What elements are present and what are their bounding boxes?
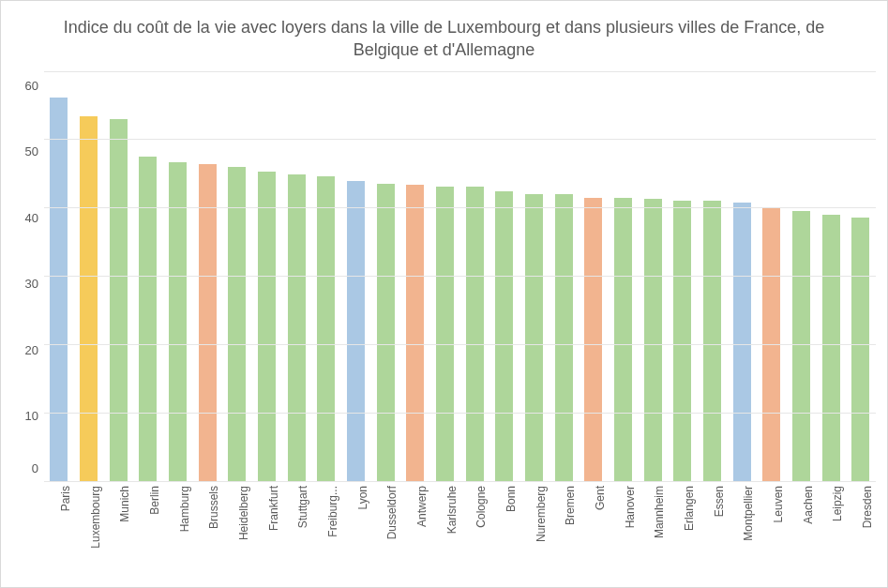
y-axis: 6050403020100 bbox=[12, 71, 44, 482]
x-label: Dresden bbox=[861, 486, 874, 528]
grid-line bbox=[44, 344, 876, 345]
bar-freiburg- bbox=[317, 176, 335, 481]
bar-karlsruhe bbox=[436, 187, 454, 480]
bar-brussels bbox=[199, 164, 217, 481]
bar-luxembourg bbox=[80, 116, 98, 480]
bar-hanover bbox=[614, 198, 632, 481]
x-label: Montpellier bbox=[742, 486, 755, 541]
x-label: Cologne bbox=[474, 486, 488, 528]
x-label-slot: Stuttgart bbox=[281, 482, 311, 559]
x-label: Hamburg bbox=[178, 486, 191, 532]
x-label-slot: Karlsruhe bbox=[430, 482, 460, 559]
x-label-slot: Munich bbox=[103, 482, 133, 559]
bar-dresden bbox=[851, 218, 869, 480]
x-label: Lyon bbox=[356, 486, 369, 510]
x-label: Freiburg... bbox=[326, 486, 339, 537]
bar-bremen bbox=[555, 194, 573, 480]
x-label: Paris bbox=[59, 486, 72, 511]
x-label: Luxembourg bbox=[89, 486, 102, 549]
x-label: Gent bbox=[594, 486, 607, 510]
y-tick: 10 bbox=[25, 409, 38, 423]
x-label-slot: Gent bbox=[579, 482, 609, 559]
y-tick: 30 bbox=[25, 277, 38, 291]
x-label-slot: Aachen bbox=[787, 482, 817, 559]
grid-line bbox=[44, 276, 876, 277]
bar-montpellier bbox=[733, 203, 751, 480]
x-label-slot: Freiburg... bbox=[311, 482, 341, 559]
x-label-slot: Brussels bbox=[192, 482, 222, 559]
x-label-slot: Frankfurt bbox=[252, 482, 282, 559]
x-label: Antwerp bbox=[415, 486, 429, 527]
plot bbox=[44, 71, 876, 482]
y-tick: 60 bbox=[25, 78, 38, 92]
x-label-slot: Leipzig bbox=[816, 482, 846, 559]
x-label: Hanover bbox=[624, 486, 637, 528]
x-label-slot: Bremen bbox=[549, 482, 579, 559]
bar-stuttgart bbox=[288, 174, 306, 480]
bar-erlangen bbox=[673, 201, 691, 481]
y-tick: 40 bbox=[25, 210, 38, 224]
bar-leipzig bbox=[822, 215, 840, 480]
bar-mannheim bbox=[644, 199, 662, 481]
x-label-slot: Hanover bbox=[609, 482, 639, 559]
x-label: Brussels bbox=[207, 486, 220, 529]
x-label-slot: Dusseldorf bbox=[370, 482, 400, 559]
bar-cologne bbox=[466, 187, 484, 480]
x-label: Frankfurt bbox=[267, 486, 280, 531]
grid-line bbox=[44, 139, 876, 140]
x-axis: ParisLuxembourgMunichBerlinHamburgBrusse… bbox=[44, 482, 876, 559]
x-label: Berlin bbox=[148, 486, 161, 515]
x-label-slot: Heidelberg bbox=[222, 482, 252, 559]
chart-title: Indice du coût de la vie avec loyers dan… bbox=[31, 16, 857, 62]
x-label: Munich bbox=[118, 486, 131, 522]
bar-bonn bbox=[495, 191, 513, 481]
x-label-slot: Mannheim bbox=[638, 482, 668, 559]
bar-heidelberg bbox=[228, 167, 246, 480]
bar-essen bbox=[703, 201, 721, 481]
x-label-slot: Essen bbox=[698, 482, 728, 559]
y-tick: 50 bbox=[25, 144, 38, 158]
bar-hamburg bbox=[169, 162, 187, 480]
x-label: Stuttgart bbox=[296, 486, 309, 528]
x-label-slot: Dresden bbox=[846, 482, 876, 559]
x-label: Leipzig bbox=[831, 486, 844, 521]
bar-nuremberg bbox=[525, 194, 543, 481]
x-label: Dusseldorf bbox=[385, 486, 399, 539]
y-tick: 0 bbox=[32, 460, 38, 475]
x-label: Aachen bbox=[802, 486, 815, 524]
x-label: Essen bbox=[713, 486, 726, 517]
x-label-slot: Leuven bbox=[757, 482, 787, 559]
y-tick: 20 bbox=[25, 342, 38, 356]
chart-container: Indice du coût de la vie avec loyers dan… bbox=[0, 0, 888, 588]
x-label-slot: Nuremberg bbox=[519, 482, 549, 559]
bar-antwerp bbox=[406, 185, 424, 480]
x-label: Nuremberg bbox=[534, 486, 548, 542]
bar-berlin bbox=[139, 157, 157, 481]
bar-lyon bbox=[347, 181, 365, 481]
x-label-slot: Paris bbox=[44, 482, 74, 559]
x-label-slot: Antwerp bbox=[400, 482, 430, 559]
grid-line bbox=[44, 71, 876, 72]
x-label: Leuven bbox=[772, 486, 785, 522]
x-label-slot: Lyon bbox=[341, 482, 371, 559]
x-label-slot: Erlangen bbox=[668, 482, 698, 559]
x-label: Karlsruhe bbox=[445, 486, 459, 534]
grid-line bbox=[44, 207, 876, 208]
x-label: Erlangen bbox=[683, 486, 696, 531]
x-label-slot: Berlin bbox=[133, 482, 163, 559]
x-label-slot: Montpellier bbox=[727, 482, 757, 559]
bar-paris bbox=[50, 98, 68, 481]
bar-dusseldorf bbox=[377, 184, 395, 481]
x-label-slot: Cologne bbox=[459, 482, 489, 559]
x-label-slot: Bonn bbox=[489, 482, 519, 559]
x-label-slot: Hamburg bbox=[163, 482, 193, 559]
x-label: Heidelberg bbox=[237, 486, 250, 540]
bar-frankfurt bbox=[258, 172, 276, 480]
x-label: Bonn bbox=[504, 486, 518, 512]
plot-area: 6050403020100 bbox=[12, 71, 876, 482]
x-label: Mannheim bbox=[653, 486, 666, 538]
x-label-slot: Luxembourg bbox=[74, 482, 104, 559]
x-label: Bremen bbox=[564, 486, 577, 525]
bar-munich bbox=[110, 119, 128, 481]
bar-aachen bbox=[792, 211, 810, 481]
